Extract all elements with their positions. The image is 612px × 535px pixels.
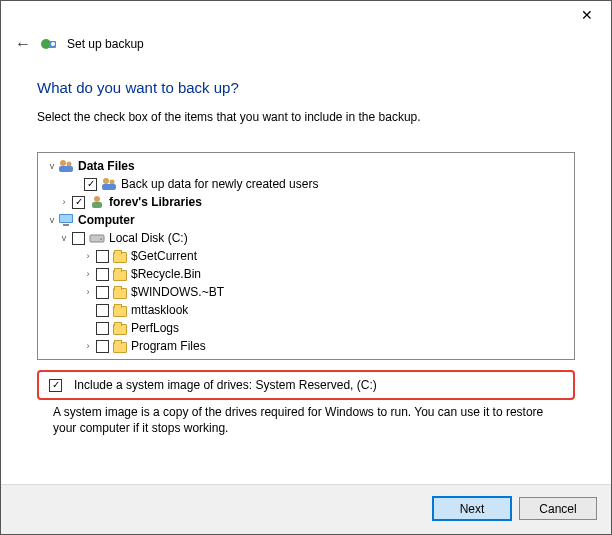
caret-right-icon[interactable]: › (58, 193, 70, 211)
svg-rect-12 (60, 215, 72, 222)
drive-icon (89, 231, 105, 245)
node-label: Data Files (78, 157, 135, 175)
svg-point-6 (103, 178, 109, 184)
node-label: $GetCurrent (131, 247, 197, 265)
tree-node-getcurrent[interactable]: › $GetCurrent (38, 247, 574, 265)
node-label: mttasklook (131, 301, 188, 319)
node-label: Computer (78, 211, 135, 229)
backup-items-tree[interactable]: v Data Files Back up data for newly crea… (37, 152, 575, 360)
node-label: $Recycle.Bin (131, 265, 201, 283)
tree-node-user-libraries[interactable]: › forev's Libraries (38, 193, 574, 211)
computer-icon (58, 213, 74, 227)
tree-node-perflogs[interactable]: PerfLogs (38, 319, 574, 337)
caret-down-icon[interactable]: v (46, 211, 58, 229)
checkbox[interactable] (96, 322, 109, 335)
system-image-note: A system image is a copy of the drives r… (37, 400, 575, 436)
checkbox[interactable] (72, 196, 85, 209)
caret-right-icon[interactable]: › (82, 283, 94, 301)
content-area: What do you want to back up? Select the … (1, 61, 611, 484)
node-label: $WINDOWS.~BT (131, 283, 224, 301)
checkbox[interactable] (72, 232, 85, 245)
users-icon (58, 159, 74, 173)
titlebar: ✕ (1, 1, 611, 31)
folder-icon (113, 324, 127, 335)
caret-down-icon[interactable]: v (58, 229, 70, 247)
checkbox[interactable] (84, 178, 97, 191)
caret-right-icon[interactable]: › (82, 337, 94, 355)
folder-icon (113, 306, 127, 317)
checkbox[interactable] (96, 304, 109, 317)
header: ← Set up backup (1, 31, 611, 61)
node-label: Program Files (131, 337, 206, 355)
tree-node-computer[interactable]: v Computer (38, 211, 574, 229)
svg-rect-14 (90, 235, 104, 242)
checkbox[interactable] (96, 268, 109, 281)
tree-node-local-disk[interactable]: v Local Disk (C:) (38, 229, 574, 247)
folder-icon (113, 270, 127, 281)
caret-down-icon[interactable]: v (46, 157, 58, 175)
svg-rect-8 (102, 184, 116, 190)
svg-point-3 (60, 160, 66, 166)
tree-node-mttasklook[interactable]: mttasklook (38, 301, 574, 319)
folder-icon (113, 252, 127, 263)
tree-node-recyclebin[interactable]: › $Recycle.Bin (38, 265, 574, 283)
node-label: Local Disk (C:) (109, 229, 188, 247)
backup-app-icon (41, 36, 57, 52)
system-image-checkbox[interactable] (49, 379, 62, 392)
caret-right-icon[interactable]: › (82, 265, 94, 283)
svg-point-7 (110, 180, 115, 185)
button-bar: Next Cancel (1, 484, 611, 534)
users-icon (101, 177, 117, 191)
node-label: forev's Libraries (109, 193, 202, 211)
tree-node-programfiles[interactable]: › Program Files (38, 337, 574, 355)
user-icon (89, 195, 105, 209)
svg-point-2 (51, 42, 55, 46)
header-title: Set up backup (67, 37, 144, 51)
tree-node-windowsbt[interactable]: › $WINDOWS.~BT (38, 283, 574, 301)
svg-rect-13 (63, 224, 69, 226)
svg-point-9 (94, 196, 100, 202)
node-label: Back up data for newly created users (121, 175, 318, 193)
tree-node-new-users[interactable]: Back up data for newly created users (38, 175, 574, 193)
node-label: PerfLogs (131, 319, 179, 337)
system-image-label: Include a system image of drives: System… (74, 378, 377, 392)
cancel-button[interactable]: Cancel (519, 497, 597, 520)
checkbox[interactable] (96, 340, 109, 353)
caret-right-icon[interactable]: › (82, 247, 94, 265)
back-button[interactable]: ← (15, 35, 31, 53)
checkbox[interactable] (96, 286, 109, 299)
svg-point-15 (100, 238, 102, 240)
instruction-text: Select the check box of the items that y… (37, 110, 575, 124)
folder-icon (113, 288, 127, 299)
svg-rect-10 (92, 202, 102, 208)
folder-icon (113, 342, 127, 353)
tree-node-data-files[interactable]: v Data Files (38, 157, 574, 175)
checkbox[interactable] (96, 250, 109, 263)
svg-rect-5 (59, 166, 73, 172)
close-button[interactable]: ✕ (571, 5, 603, 25)
svg-point-4 (67, 162, 72, 167)
next-button[interactable]: Next (433, 497, 511, 520)
system-image-option: Include a system image of drives: System… (37, 370, 575, 400)
dialog-window: ✕ ← Set up backup What do you want to ba… (0, 0, 612, 535)
main-heading: What do you want to back up? (37, 79, 575, 96)
